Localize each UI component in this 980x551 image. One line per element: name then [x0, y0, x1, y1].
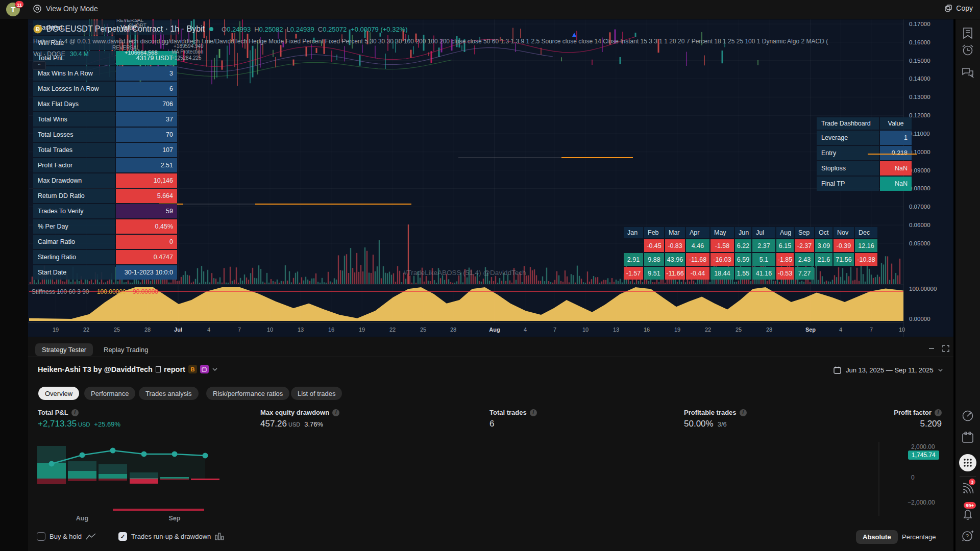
- date-range-picker[interactable]: Jun 13, 2025 — Sep 11, 2025: [833, 366, 943, 374]
- tab-replay-trading[interactable]: Replay Trading: [104, 346, 148, 354]
- month-value-cell: 43.96: [665, 253, 685, 266]
- month-value-cell: 6.22: [735, 239, 751, 252]
- runup-drawdown-label: Trades run-up & drawdown: [131, 533, 211, 540]
- report-suffix: report: [164, 365, 185, 373]
- month-value-cell: -16.03: [710, 253, 734, 266]
- buy-hold-checkbox[interactable]: [37, 532, 45, 541]
- month-value-cell: -1.85: [776, 253, 794, 266]
- tester-tab-overview[interactable]: Overview: [38, 387, 79, 400]
- view-only-mode: View Only Mode: [33, 4, 98, 13]
- copy-button[interactable]: Copy: [944, 4, 973, 12]
- backtest-row-label: % Per Day: [33, 219, 115, 234]
- calendar-icon[interactable]: [961, 431, 975, 445]
- runup-drawdown-checkbox[interactable]: ✓: [118, 532, 127, 541]
- mini-axis-top: 2,000.00: [911, 443, 935, 450]
- stat-value: +2,713.35USD+25.69%: [38, 419, 120, 429]
- ohlc-key: L: [287, 26, 290, 33]
- ohlc-value: 0.24939: [290, 26, 314, 33]
- price-axis-label: 0.16000: [909, 39, 930, 45]
- month-value-cell: 41.16: [752, 267, 775, 280]
- percentage-button[interactable]: Percentage: [902, 533, 936, 541]
- symbol-header[interactable]: Ð DOGEUSDT Perpetual Contract · 1h · Byb…: [33, 24, 408, 34]
- month-header-cell: May: [710, 227, 734, 238]
- line-chart-icon: [86, 533, 96, 540]
- backtest-row-value: 706: [116, 97, 177, 111]
- time-axis-label: 25: [736, 327, 742, 333]
- info-icon[interactable]: i: [935, 409, 942, 416]
- info-icon[interactable]: i: [332, 409, 339, 416]
- tester-tab-list-of-trades[interactable]: List of trades: [291, 387, 342, 400]
- month-value-cell: 5.1: [752, 253, 775, 266]
- month-header-cell: Mar: [665, 227, 685, 238]
- stat-label: Profitable tradesi: [684, 409, 747, 416]
- time-axis-label: 22: [705, 327, 711, 333]
- month-value-cell: 2.43: [795, 253, 814, 266]
- chevron-down-icon[interactable]: [212, 366, 218, 372]
- left-toolbar-strip: [0, 19, 28, 551]
- month-header-cell: Nov: [834, 227, 854, 238]
- time-axis-label: 16: [644, 327, 650, 333]
- alerts-clock-icon[interactable]: [961, 43, 975, 57]
- month-value-cell: 9.51: [644, 267, 664, 280]
- time-axis-label: 22: [83, 327, 89, 333]
- minimize-panel-icon[interactable]: [927, 344, 936, 353]
- collapse-table-button[interactable]: ⌃: [33, 61, 46, 70]
- help-icon[interactable]: ?: [961, 529, 975, 543]
- runup-drawdown-toggle[interactable]: ✓ Trades run-up & drawdown: [118, 532, 224, 541]
- time-axis-label: 10: [899, 327, 905, 333]
- month-value-cell: -2.37: [795, 239, 814, 252]
- time-axis-label: 10: [267, 327, 273, 333]
- stat-value-main: +2,713.35: [38, 419, 77, 429]
- mini-axis-sep: Sep: [169, 515, 181, 522]
- buy-hold-toggle[interactable]: Buy & hold: [37, 532, 96, 541]
- backtest-row-value: 2.51: [116, 158, 177, 172]
- price-axis-label: 0.06000: [909, 222, 930, 228]
- time-axis[interactable]: 19222528Jul4710131619222528Aug4710131619…: [28, 322, 903, 337]
- tester-tab-performance[interactable]: Performance: [84, 387, 135, 400]
- chat-icon[interactable]: [961, 65, 975, 80]
- month-value-cell: 2.91: [624, 253, 643, 266]
- divider: [28, 357, 953, 357]
- stiffness-axis-bottom: 0.00000: [909, 316, 930, 322]
- absolute-button[interactable]: Absolute: [856, 530, 898, 544]
- info-icon[interactable]: i: [530, 409, 537, 416]
- tab-strategy-tester[interactable]: Strategy Tester: [35, 343, 93, 356]
- performance-chart[interactable]: [29, 439, 951, 523]
- month-header-cell: Apr: [686, 227, 709, 238]
- indicator-settings-line[interactable]: Heiken 5.1.4 @ 0.0.1 www.davidd.tech dis…: [33, 38, 896, 45]
- chart-annotation: MA Protection: [172, 49, 203, 55]
- apps-grid-button[interactable]: [959, 454, 976, 471]
- month-header-cell: Oct: [815, 227, 832, 238]
- backtest-row-value: 0: [116, 235, 177, 249]
- market-status-dot-icon: [209, 27, 214, 32]
- time-axis-label: Jul: [174, 327, 182, 333]
- backtest-row-value: 37: [116, 112, 177, 127]
- time-axis-label: Aug: [489, 327, 500, 333]
- price-change: +0.00079 (+0.32%): [351, 26, 407, 33]
- stiffness-indicator-row[interactable]: Stiffness 100 60 3 90 100.00000 90.00000: [32, 288, 158, 295]
- month-value-cell: 3.09: [815, 239, 832, 252]
- report-title[interactable]: Heiken-Ashi T3 by @DaviddTech report B: [38, 365, 218, 373]
- maximize-panel-icon[interactable]: [942, 344, 950, 353]
- time-axis-label: 25: [420, 327, 426, 333]
- month-value-cell: -1.58: [710, 239, 734, 252]
- time-axis-label: 4: [524, 327, 527, 333]
- tester-tab-trades-analysis[interactable]: Trades analysis: [139, 387, 199, 400]
- info-icon[interactable]: i: [71, 409, 79, 416]
- stat-label-text: Total trades: [489, 409, 527, 416]
- watchlist-icon[interactable]: [961, 26, 975, 40]
- dashboard-row-value: NaN: [880, 161, 912, 176]
- symbol-title[interactable]: DOGEUSDT Perpetual Contract · 1h · Bybit: [46, 24, 205, 34]
- scanner-gauge-icon[interactable]: [961, 409, 975, 423]
- backtest-row-label: Start Date: [33, 265, 115, 280]
- mini-axis-bottom: −2,000.00: [908, 499, 935, 506]
- tester-tab-risk-performance-ratios[interactable]: Risk/performance ratios: [206, 387, 289, 400]
- copy-icon: [944, 4, 952, 12]
- dashboard-row-label: Entry: [817, 146, 879, 160]
- alerts-count-badge: 99+: [964, 502, 976, 509]
- ohlc-key: O: [222, 26, 227, 33]
- volume-row[interactable]: Vol · DOGE 30.4 M: [33, 51, 89, 58]
- info-icon[interactable]: i: [740, 409, 747, 416]
- ohlc-key: C: [318, 26, 323, 33]
- month-value-cell: 6.59: [735, 253, 751, 266]
